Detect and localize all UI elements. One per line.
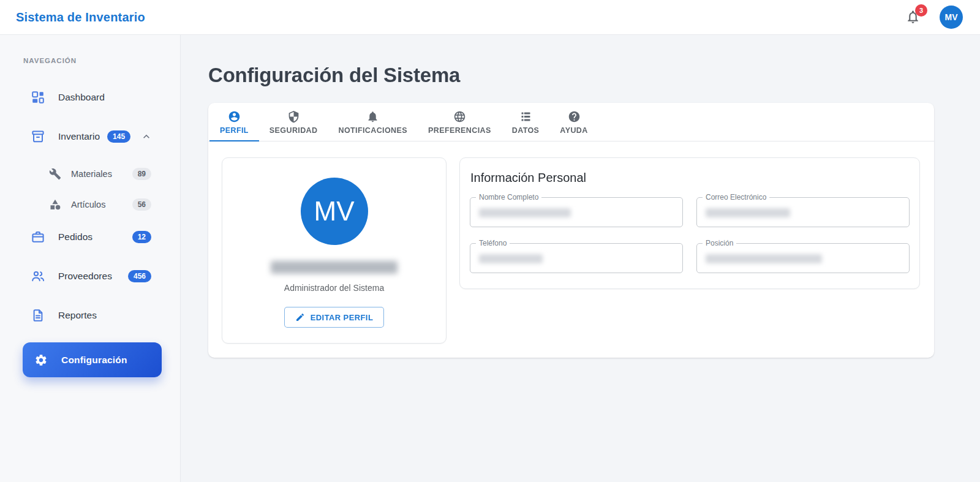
- main-content: Configuración del Sistema PERFIL SEGURID…: [181, 35, 980, 482]
- briefcase-icon: [31, 230, 45, 244]
- redacted-value: [479, 254, 543, 263]
- inventory-box-icon: [31, 129, 45, 144]
- proveedores-count-badge: 456: [128, 270, 151, 282]
- field-label: Posición: [703, 239, 736, 247]
- posicion-field[interactable]: Posición: [696, 243, 910, 273]
- sidebar-item-inventario[interactable]: Inventario 145: [0, 122, 180, 151]
- tab-label: SEGURIDAD: [270, 126, 318, 135]
- field-label: Teléfono: [476, 239, 510, 247]
- account-circle-icon: [228, 110, 241, 123]
- sidebar-item-pedidos[interactable]: Pedidos 12: [0, 222, 180, 252]
- profile-card: MV Administrador del Sistema EDITAR PERF…: [222, 157, 447, 344]
- field-label: Correo Electrónico: [703, 193, 769, 201]
- tab-panel-perfil: MV Administrador del Sistema EDITAR PERF…: [208, 141, 934, 358]
- dashboard-icon: [31, 90, 45, 105]
- settings-tabs: PERFIL SEGURIDAD NOTIFICACIONES PREFEREN…: [208, 103, 934, 141]
- globe-icon: [453, 110, 466, 123]
- sidebar-item-label: Inventario: [58, 131, 100, 142]
- help-icon: [568, 110, 581, 123]
- edit-profile-label: EDITAR PERFIL: [311, 313, 373, 322]
- sidebar-item-articulos[interactable]: Artículos 56: [0, 192, 180, 217]
- tab-notificaciones[interactable]: NOTIFICACIONES: [328, 103, 418, 141]
- redacted-value: [706, 254, 822, 263]
- field-label: Nombre Completo: [476, 193, 541, 201]
- tab-perfil[interactable]: PERFIL: [209, 103, 259, 141]
- tab-label: NOTIFICACIONES: [338, 126, 407, 135]
- profile-role: Administrador del Sistema: [237, 283, 431, 293]
- nombre-completo-field[interactable]: Nombre Completo: [470, 197, 683, 227]
- wrench-icon: [49, 168, 61, 180]
- sidebar-item-label: Pedidos: [58, 232, 92, 243]
- redacted-profile-name: [271, 261, 398, 274]
- materiales-count-badge: 89: [132, 168, 151, 180]
- chevron-up-icon[interactable]: [140, 130, 153, 143]
- shield-icon: [287, 110, 300, 123]
- app-header: Sistema de Inventario 3 MV: [0, 0, 980, 35]
- sidebar: NAVEGACIÓN Dashboard Invent: [0, 35, 181, 482]
- sidebar-item-label: Materiales: [71, 169, 112, 179]
- tab-ayuda[interactable]: AYUDA: [549, 103, 598, 141]
- settings-card: PERFIL SEGURIDAD NOTIFICACIONES PREFEREN…: [208, 103, 934, 358]
- sidebar-item-label: Configuración: [61, 355, 127, 366]
- app-title: Sistema de Inventario: [16, 10, 145, 24]
- edit-profile-button[interactable]: EDITAR PERFIL: [284, 307, 384, 328]
- sidebar-item-label: Artículos: [71, 200, 105, 209]
- redacted-value: [479, 208, 571, 217]
- nav-section-label: NAVEGACIÓN: [0, 57, 180, 64]
- articulos-count-badge: 56: [132, 198, 151, 211]
- sidebar-nav: Dashboard Inventario 145 Materiales 89: [0, 83, 180, 340]
- user-avatar[interactable]: MV: [940, 6, 963, 29]
- storage-icon: [519, 110, 532, 123]
- pedidos-count-badge: 12: [132, 231, 151, 243]
- page-title: Configuración del Sistema: [208, 64, 980, 87]
- tab-label: PERFIL: [220, 126, 249, 135]
- tab-datos[interactable]: DATOS: [502, 103, 550, 141]
- inventario-count-badge: 145: [107, 130, 130, 143]
- telefono-field[interactable]: Teléfono: [470, 243, 683, 273]
- sidebar-item-label: Reportes: [58, 310, 97, 321]
- tab-preferencias[interactable]: PREFERENCIAS: [418, 103, 502, 141]
- tab-label: DATOS: [512, 126, 540, 135]
- sidebar-item-label: Proveedores: [58, 271, 112, 282]
- gear-icon: [34, 353, 48, 367]
- people-icon: [31, 269, 45, 284]
- pencil-icon: [295, 312, 305, 322]
- personal-info-title: Información Personal: [470, 171, 910, 185]
- tab-label: PREFERENCIAS: [428, 126, 491, 135]
- notifications-button[interactable]: 3: [905, 9, 921, 25]
- document-icon: [31, 308, 45, 323]
- category-shapes-icon: [49, 198, 61, 211]
- sidebar-item-label: Dashboard: [58, 92, 105, 103]
- tab-label: AYUDA: [560, 126, 587, 135]
- profile-avatar: MV: [301, 178, 368, 245]
- notification-count-badge: 3: [915, 4, 927, 17]
- sidebar-item-proveedores[interactable]: Proveedores 456: [0, 262, 180, 291]
- correo-electronico-field[interactable]: Correo Electrónico: [696, 197, 910, 227]
- sidebar-item-materiales[interactable]: Materiales 89: [0, 161, 180, 187]
- tab-seguridad[interactable]: SEGURIDAD: [259, 103, 328, 141]
- sidebar-item-configuracion[interactable]: Configuración: [23, 342, 162, 377]
- redacted-value: [706, 208, 790, 217]
- sidebar-item-reportes[interactable]: Reportes: [0, 301, 180, 330]
- personal-info-card: Información Personal Nombre Completo Cor…: [459, 157, 920, 289]
- bell-icon: [366, 110, 379, 123]
- sidebar-item-dashboard[interactable]: Dashboard: [0, 83, 180, 112]
- personal-info-fields: Nombre Completo Correo Electrónico Teléf…: [470, 197, 910, 273]
